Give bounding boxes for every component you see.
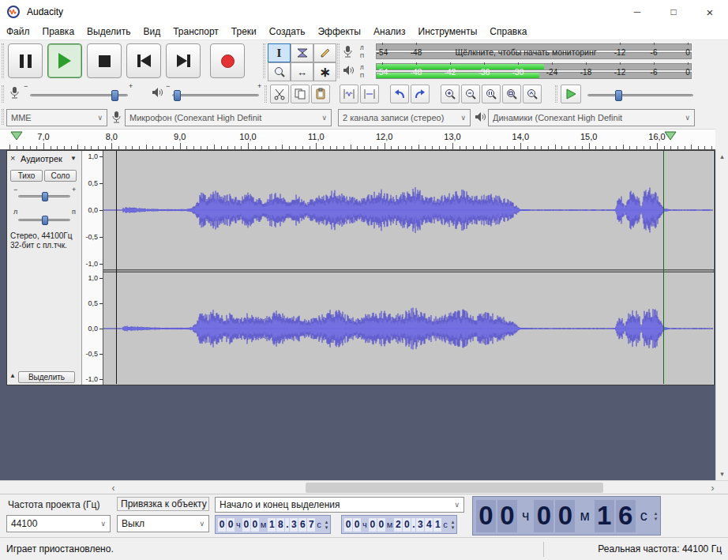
track-title[interactable]: Аудиотрек xyxy=(21,154,62,163)
selection-mode-dropdown[interactable]: Начало и конец выделения ∨ xyxy=(215,497,464,513)
skip-to-start-button[interactable] xyxy=(126,43,161,78)
menu-item[interactable]: Инструменты xyxy=(412,24,484,39)
time-digit[interactable]: 2 xyxy=(394,518,402,532)
recording-channels-dropdown[interactable]: 2 канала записи (стерео) ∨ xyxy=(338,109,471,126)
menu-item[interactable]: Справка xyxy=(483,24,533,39)
time-digit[interactable]: 3 xyxy=(290,518,298,532)
paste-button[interactable] xyxy=(311,85,330,103)
playback-meter[interactable]: ЛП -54-48-42-36-30-24-18-12-60 xyxy=(341,62,695,81)
time-digit[interactable]: . xyxy=(285,518,289,532)
scrollbar-thumb[interactable] xyxy=(306,483,603,493)
recording-volume-thumb[interactable] xyxy=(111,90,118,101)
time-spinner[interactable]: ▴▾ xyxy=(325,519,328,530)
zoom-toggle-button[interactable] xyxy=(523,85,542,103)
time-unit-label[interactable]: ч xyxy=(236,520,241,529)
time-digit[interactable]: . xyxy=(411,518,415,532)
menu-item[interactable]: Выделить xyxy=(81,24,137,39)
zoom-fit-button[interactable] xyxy=(502,85,521,103)
record-button[interactable] xyxy=(210,43,245,78)
menu-item[interactable]: Эффекты xyxy=(311,24,367,39)
time-digit[interactable]: 3 xyxy=(416,518,424,532)
audio-host-dropdown[interactable]: MME ∨ xyxy=(6,109,107,126)
maximize-button[interactable]: □ xyxy=(655,0,692,24)
playback-position-display[interactable]: 00ч00м16с▴▾ xyxy=(472,496,661,536)
time-digit[interactable]: 1 xyxy=(595,500,614,532)
time-digit[interactable]: 6 xyxy=(298,518,306,532)
time-digit[interactable]: 0 xyxy=(377,518,385,532)
recording-device-dropdown[interactable]: Микрофон (Conexant High Definit ∨ xyxy=(125,109,332,126)
time-unit-label[interactable]: с xyxy=(640,508,647,524)
time-unit-label[interactable]: м xyxy=(261,520,267,529)
menu-item[interactable]: Создать xyxy=(263,24,312,39)
play-at-speed-button[interactable] xyxy=(561,85,581,103)
toolbar-grip[interactable] xyxy=(2,43,4,78)
time-digit[interactable]: 0 xyxy=(534,500,554,532)
time-digit[interactable]: 0 xyxy=(344,518,352,532)
snap-to-dropdown[interactable]: Выкл ∨ xyxy=(117,515,209,532)
time-digit[interactable]: 1 xyxy=(268,518,276,532)
draw-tool[interactable] xyxy=(313,43,336,62)
play-speed-slider[interactable] xyxy=(587,94,693,96)
track-menu-button[interactable]: ▼ xyxy=(70,155,77,162)
cut-button[interactable] xyxy=(270,85,289,103)
project-rate-dropdown[interactable]: 44100 ∨ xyxy=(6,515,111,532)
toolbar-grip[interactable] xyxy=(2,85,4,103)
gain-thumb[interactable] xyxy=(42,192,48,201)
minimize-button[interactable]: ─ xyxy=(619,0,655,24)
scroll-left-button[interactable]: ‹ xyxy=(107,482,120,494)
time-digit[interactable]: 4 xyxy=(425,518,433,532)
menu-item[interactable]: Вид xyxy=(137,24,167,39)
selection-tool[interactable]: I xyxy=(268,43,291,62)
waveform-right-channel[interactable] xyxy=(103,272,713,385)
time-digit[interactable]: 0 xyxy=(369,518,377,532)
toolbar-grip[interactable] xyxy=(2,109,4,125)
zoom-tool[interactable] xyxy=(268,62,291,81)
scroll-up-button[interactable]: ▴ xyxy=(716,152,728,160)
time-digit[interactable]: 6 xyxy=(616,500,636,532)
recording-meter[interactable]: ЛП Щёлкните, чтобы начать мониторинг -54… xyxy=(341,43,695,62)
time-unit-label[interactable]: ч xyxy=(522,508,529,524)
selection-start-time[interactable]: 00ч00м18.367с▴▾ xyxy=(215,515,331,534)
gain-slider[interactable] xyxy=(18,195,70,197)
zoom-selection-button[interactable] xyxy=(482,85,501,103)
time-digit[interactable]: 0 xyxy=(251,518,259,532)
menu-item[interactable]: Анализ xyxy=(367,24,412,39)
selection-end-time[interactable]: 00ч00м20.341с▴▾ xyxy=(341,515,457,534)
track-close-button[interactable]: × xyxy=(10,153,15,163)
time-unit-label[interactable]: м xyxy=(580,508,589,524)
time-shift-tool[interactable]: ↔ xyxy=(291,62,313,81)
copy-button[interactable] xyxy=(291,85,310,103)
timeline-start-marker[interactable] xyxy=(10,131,23,141)
horizontal-scrollbar[interactable]: ‹ › xyxy=(0,480,728,494)
time-digit[interactable]: 0 xyxy=(403,518,411,532)
time-digit[interactable]: 0 xyxy=(242,518,250,532)
time-digit[interactable]: 0 xyxy=(227,518,235,532)
toolbar-grip[interactable] xyxy=(263,43,265,78)
zoom-in-button[interactable] xyxy=(441,85,460,103)
time-unit-label[interactable]: с xyxy=(443,520,448,529)
envelope-tool[interactable] xyxy=(291,43,313,62)
audio-track[interactable]: × Аудиотрек ▼ Тихо Соло − + л п Стерео, … xyxy=(6,150,715,385)
zoom-out-button[interactable] xyxy=(461,85,480,103)
pause-button[interactable] xyxy=(8,43,43,78)
skip-to-end-button[interactable] xyxy=(166,43,201,78)
playback-device-dropdown[interactable]: Динамики (Conexant High Definit ∨ xyxy=(488,109,695,126)
menu-item[interactable]: Правка xyxy=(36,24,81,39)
time-digit[interactable]: 0 xyxy=(555,500,575,532)
recording-volume-slider[interactable] xyxy=(30,94,128,96)
time-digit[interactable]: 0 xyxy=(476,500,496,532)
multi-tool[interactable]: ∗ xyxy=(313,62,336,81)
vertical-ruler[interactable]: 1,00,50,0-0,5-1,0 1,00,50,0-0,5-1,0 xyxy=(82,151,103,385)
playhead-marker[interactable] xyxy=(664,131,677,141)
solo-button[interactable]: Соло xyxy=(44,170,77,182)
silence-audio-button[interactable] xyxy=(360,85,379,103)
vertical-scrollbar[interactable]: ▴ ▾ xyxy=(715,150,728,480)
time-unit-label[interactable]: м xyxy=(387,520,393,529)
playback-volume-slider[interactable] xyxy=(172,94,259,96)
timeline-ruler[interactable]: 7,08,09,010,011,012,013,014,015,016,0 xyxy=(0,129,719,150)
mute-button[interactable]: Тихо xyxy=(10,170,43,182)
time-spinner[interactable]: ▴▾ xyxy=(655,510,658,521)
time-digit[interactable]: 8 xyxy=(276,518,284,532)
time-digit[interactable]: 7 xyxy=(307,518,315,532)
toolbar-grip[interactable] xyxy=(555,85,557,103)
